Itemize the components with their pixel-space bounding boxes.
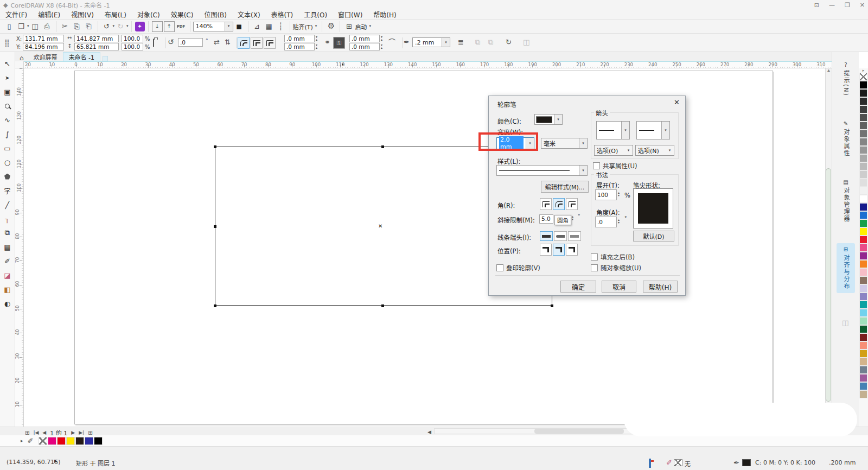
document-palette-swatch[interactable] — [57, 437, 66, 445]
copy-icon[interactable]: ⎘ — [72, 21, 82, 32]
y-position-field[interactable]: 84.196 mm — [23, 43, 64, 50]
palette-color-swatch[interactable] — [859, 146, 867, 154]
to-front-icon[interactable]: ⧉ — [475, 39, 480, 46]
new-tab-button[interactable] — [103, 56, 108, 61]
palette-color-swatch[interactable] — [859, 350, 867, 358]
palette-color-swatch[interactable] — [859, 366, 867, 374]
horizontal-ruler[interactable]: 2010010203040506070809010011012013014015… — [24, 61, 832, 68]
palette-color-swatch[interactable] — [859, 309, 867, 317]
edit-style-button[interactable]: 编辑样式(M)... — [541, 181, 589, 193]
rotation-angle-field[interactable]: .0 — [178, 38, 203, 47]
connector-tool[interactable]: ┐ — [2, 212, 14, 226]
export-icon[interactable]: ↑ — [164, 21, 175, 32]
corner-miter-button[interactable] — [540, 198, 552, 210]
palette-color-swatch[interactable] — [859, 244, 867, 252]
scale-x-field[interactable]: 100.0 — [122, 35, 143, 42]
first-page-button[interactable]: |◀ — [33, 430, 39, 435]
height-field[interactable]: 65.821 mm — [74, 43, 119, 50]
corner-radius-2-spinner[interactable]: ▾▴ — [316, 43, 317, 49]
dialog-close-icon[interactable]: ✕ — [674, 98, 680, 106]
corner-radius-4-spinner[interactable]: ▾▴ — [381, 43, 382, 49]
docker-tab-align-distribute[interactable]: ⊞ 对齐与分布 — [837, 243, 855, 293]
selection-center-mark[interactable]: ✕ — [378, 223, 382, 229]
relative-corner-icon[interactable]: ⚭ — [324, 39, 330, 46]
menu-edit[interactable]: 编辑(E) — [33, 10, 66, 19]
wrap-text-icon[interactable]: ≣ — [458, 39, 464, 46]
cut-icon[interactable]: ✂ — [60, 21, 71, 32]
start-arrowhead-combo[interactable]: ▾ — [596, 121, 630, 139]
redo-icon[interactable]: ↻ — [115, 21, 126, 32]
palette-color-swatch[interactable] — [859, 284, 867, 293]
eyedropper-tool[interactable]: ✐ — [2, 254, 14, 268]
start-arrowhead-dropdown[interactable]: ▾ — [621, 122, 629, 139]
palette-color-swatch[interactable] — [859, 89, 867, 97]
launch-icon[interactable]: ⊞ — [343, 21, 354, 32]
default-button[interactable]: 默认(D) — [633, 231, 674, 242]
help-button[interactable]: 帮助(H) — [643, 281, 678, 293]
home-icon[interactable]: ⌂ — [20, 55, 24, 61]
publish-pdf-icon[interactable]: PDF — [176, 21, 187, 32]
cap-butt-button[interactable] — [540, 231, 553, 241]
palette-color-swatch[interactable] — [859, 162, 867, 170]
corner-radius-3-field[interactable]: .0 mm — [349, 35, 380, 42]
share-attributes-checkbox[interactable] — [593, 162, 600, 169]
palette-color-swatch[interactable] — [859, 341, 867, 350]
end-arrowhead-combo[interactable]: ▾ — [636, 121, 670, 139]
freehand-tool[interactable]: ∿ — [2, 113, 14, 127]
minimize-button[interactable]: — — [829, 2, 835, 9]
palette-color-swatch[interactable] — [859, 187, 867, 195]
corner-style-scallop-button[interactable] — [251, 37, 263, 49]
stretch-spinner[interactable]: ▴▾ — [618, 191, 620, 196]
palette-color-swatch[interactable] — [859, 358, 867, 366]
dimension-tool[interactable]: ╱ — [2, 198, 14, 212]
corner-radius-4-field[interactable]: .0 mm — [349, 43, 380, 50]
pick-tool[interactable]: ↖ — [2, 56, 14, 71]
mesh-fill-tool[interactable]: ▦ — [2, 240, 14, 254]
behind-fill-checkbox[interactable] — [591, 253, 598, 261]
palette-color-swatch[interactable] — [859, 333, 867, 341]
lock-ratio-icon[interactable] — [153, 39, 154, 47]
account-icon[interactable]: ⊡ — [814, 2, 819, 9]
add-page-button-2[interactable]: ⊞ — [88, 430, 92, 436]
shape-tool[interactable]: ➤ — [2, 71, 14, 85]
show-guidelines-icon[interactable]: ┆ — [276, 21, 286, 32]
selection-handle[interactable] — [381, 304, 384, 307]
palette-color-swatch[interactable] — [859, 97, 867, 105]
docker-collapsed-icon[interactable]: ◫ — [842, 319, 848, 326]
paste-icon[interactable]: ⎗ — [84, 21, 94, 32]
unit-dropdown[interactable]: ▾ — [579, 138, 587, 148]
tab-welcome-screen[interactable]: 欢迎屏幕 — [28, 52, 63, 61]
selection-handle[interactable] — [214, 304, 216, 307]
menu-effects[interactable]: 效果(C) — [165, 10, 199, 19]
fullscreen-preview-icon[interactable]: ◼ — [234, 21, 245, 32]
zoom-tool[interactable] — [2, 99, 14, 113]
ruler-origin-box[interactable] — [15, 61, 24, 68]
cancel-button[interactable]: 取消 — [602, 281, 636, 293]
drop-shadow-tool[interactable]: ⧉ — [2, 226, 14, 240]
horizontal-scrollbar-thumb[interactable] — [534, 429, 624, 434]
outline-width-dropdown[interactable]: ▾ — [442, 38, 450, 47]
document-palette-swatch[interactable] — [66, 437, 75, 445]
hscroll-left-arrow[interactable]: ◀ — [427, 429, 431, 435]
end-arrowhead-dropdown[interactable]: ▾ — [661, 122, 669, 139]
zoom-level-dropdown[interactable]: ▾ — [225, 22, 233, 31]
transparency-tool[interactable]: ◐ — [2, 296, 14, 310]
palette-color-swatch[interactable] — [859, 130, 867, 138]
ellipse-tool[interactable]: ○ — [2, 155, 14, 169]
import-icon[interactable]: ↓ — [152, 21, 163, 32]
outline-color-swatch[interactable] — [742, 459, 751, 466]
palette-color-swatch[interactable] — [859, 73, 867, 81]
undo-dropdown[interactable]: ▾ — [113, 24, 115, 28]
menu-layout[interactable]: 布局(L) — [99, 10, 132, 19]
palette-color-swatch[interactable] — [859, 219, 867, 227]
lock-corners-icon[interactable]: ⚿ — [333, 37, 345, 49]
interactive-fill-tool[interactable]: ◧ — [2, 282, 14, 296]
show-grid-icon[interactable]: ▦ — [264, 21, 275, 32]
snap-to-label[interactable]: 贴齐(T) — [293, 22, 313, 31]
color-dropdown[interactable]: ▾ — [554, 115, 562, 124]
style-dropdown[interactable]: ▾ — [579, 166, 587, 175]
palette-color-swatch[interactable] — [859, 227, 867, 236]
palette-color-swatch[interactable] — [859, 236, 867, 244]
docker-tab-object-manager[interactable]: ▤ 对象管理器 — [837, 176, 855, 226]
document-palette-swatch[interactable] — [48, 437, 56, 445]
